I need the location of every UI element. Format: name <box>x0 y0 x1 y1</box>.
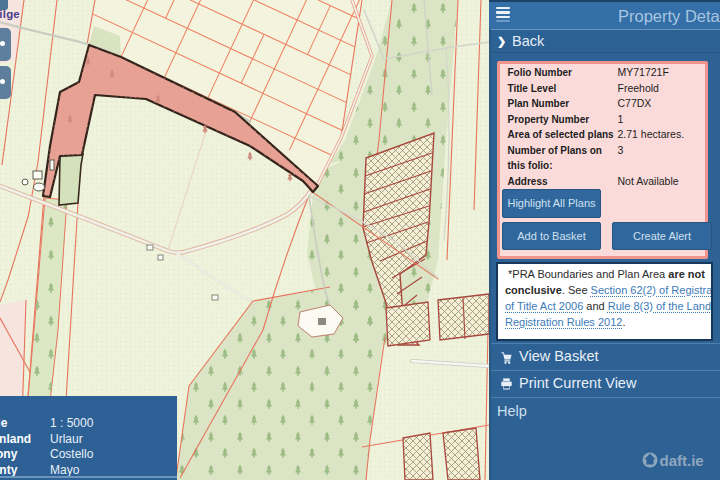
svg-text:daft.ie: daft.ie <box>660 452 704 469</box>
